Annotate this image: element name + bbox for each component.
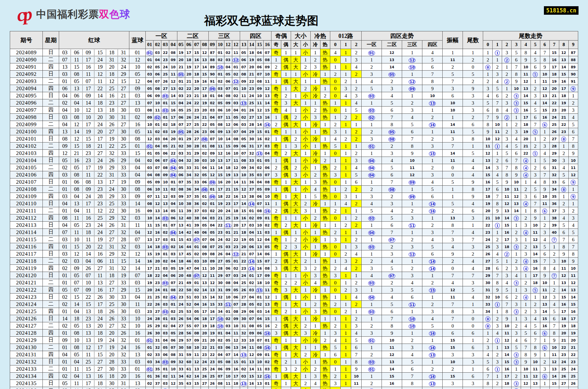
cell-zone: 14: [208, 294, 216, 301]
cell-zone: 03: [248, 286, 255, 294]
cell-r012: 2: [330, 373, 340, 380]
cell-zone: 22: [185, 85, 193, 92]
cell-tw: 3: [512, 308, 521, 315]
cell-tw: 1: [540, 380, 549, 387]
header-cell: 02: [154, 41, 161, 49]
cell-tw: 1: [521, 236, 531, 243]
cell-fz: 1: [402, 229, 422, 236]
cell-zone: 21: [248, 71, 255, 78]
cell-fz: 5: [422, 186, 443, 193]
cell-tw: 3: [502, 135, 512, 143]
cell-tw: 2: [549, 250, 559, 258]
cell-zone: 02: [216, 56, 224, 63]
cell-zone: 37: [193, 207, 201, 214]
cell-oe: 冷: [310, 222, 320, 229]
cell-zone: 02: [161, 121, 169, 128]
cell-r012: 1: [340, 380, 351, 387]
cell-tw: 17: [559, 308, 568, 315]
cell-tw: 4: [493, 250, 502, 258]
header-cell: 16: [263, 41, 271, 49]
cell-fz: 3: [382, 200, 402, 207]
cell-tw: 12: [568, 279, 578, 286]
cell-amp: 7: [443, 301, 463, 308]
cell-fz: 1: [361, 236, 382, 243]
cell-zone: 06: [193, 315, 201, 322]
cell-tw: 8: [521, 49, 531, 56]
cell-zone: 03: [146, 164, 154, 171]
cell-tw: 2: [531, 85, 540, 92]
cell-zone: 90: [208, 71, 216, 78]
cell-r012: 2: [330, 164, 340, 171]
cell-tw: 1: [493, 344, 502, 351]
drawn-number-circle: 09: [409, 180, 416, 185]
red-ball-number: 04: [59, 93, 71, 99]
red-ball-number: 18: [106, 272, 118, 279]
cell-oe: 1: [281, 193, 291, 200]
cell-zone: 59: [185, 351, 193, 358]
cell-fz: 1: [361, 286, 382, 294]
drawn-number-circle: 15: [429, 151, 436, 156]
red-ball-number: 02: [59, 301, 71, 307]
cell-zone: 18: [216, 193, 224, 200]
cell-oe: 1: [320, 330, 330, 337]
cell-zone: 08: [255, 344, 263, 351]
cell-tw: 1: [493, 222, 502, 229]
cell-zone: 08: [216, 121, 224, 128]
cell-r012: 2: [330, 207, 340, 214]
cell-zone: 12: [146, 135, 154, 143]
cell-r012: 3: [330, 236, 340, 243]
cell-blue: 03: [129, 107, 146, 114]
cell-tw: 13: [568, 286, 578, 294]
cell-tw: 16: [483, 178, 493, 186]
cell-oe: 大: [291, 351, 301, 358]
cell-r012: 4: [340, 265, 351, 272]
cell-tw: 18: [483, 193, 493, 200]
drawn-number-circle: 8: [561, 137, 566, 142]
cell-zone: 22: [208, 351, 216, 358]
cell-red-balls: 040511152032: [59, 351, 129, 358]
cell-zone: 32: [193, 171, 201, 178]
cell-oe: 2: [301, 85, 310, 92]
cell-zone: 07: [154, 78, 161, 85]
table-row: 2024130二01081217192416013205073058102221…: [10, 344, 578, 351]
drawn-number-circle: 4: [523, 165, 528, 171]
cell-r012: 12: [351, 387, 361, 389]
cell-oe: 3: [310, 63, 320, 71]
cell-tw: 3: [512, 128, 521, 135]
table-row: 2024108二01080923243008061011020836340801…: [10, 186, 578, 193]
cell-red-balls: 010507111819: [59, 272, 129, 279]
cell-zone: 11: [201, 265, 208, 272]
cell-zone: 17: [208, 315, 216, 322]
drawn-number-circle: 03: [368, 216, 375, 221]
cell-zone: 16: [216, 178, 224, 186]
cell-amp: 12: [443, 286, 463, 294]
cell-zone: 09: [201, 250, 208, 258]
cell-oe: 小: [301, 143, 310, 150]
cell-tw: 2: [512, 121, 521, 128]
cell-zone: 11: [146, 222, 154, 229]
cell-blue: 14: [129, 258, 146, 265]
cell-tail: 3: [463, 214, 483, 222]
cell-tw: 1: [540, 128, 549, 135]
cell-tw: 3: [512, 301, 521, 308]
cell-red-balls: 051623242629: [59, 157, 129, 164]
cell-tail: 3: [463, 380, 483, 387]
cell-zone: 22: [146, 301, 154, 308]
cell-zone: 13: [255, 380, 263, 387]
cell-oe: 小: [301, 279, 310, 286]
drawn-number-circle: 9: [571, 194, 576, 199]
header-group-fz: 四区走势: [361, 31, 442, 41]
cell-zone: 09: [240, 164, 248, 171]
cell-r012: 11: [351, 380, 361, 387]
cell-r012: 1: [340, 214, 351, 222]
cell-tw: 9: [493, 114, 502, 121]
cell-tw: 20: [559, 107, 568, 114]
cell-tw: 1: [483, 330, 493, 337]
cell-red-balls: 050709161729: [59, 286, 129, 294]
cell-tw: 16: [540, 322, 549, 330]
cell-zone: 03: [193, 258, 201, 265]
cell-r012: 2: [351, 200, 361, 207]
cell-tw: 11: [568, 164, 578, 171]
drawn-number-circle: 09: [209, 180, 216, 185]
header-cell: 15: [255, 41, 263, 49]
